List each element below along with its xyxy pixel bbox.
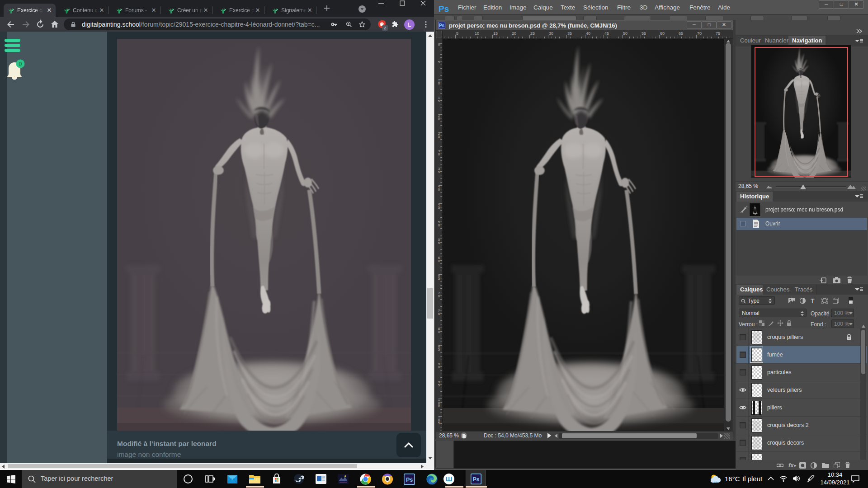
svg-text:Ps: Ps — [406, 477, 413, 483]
svg-text:0: 0 — [19, 61, 22, 67]
svg-text:Ps: Ps — [473, 476, 480, 483]
